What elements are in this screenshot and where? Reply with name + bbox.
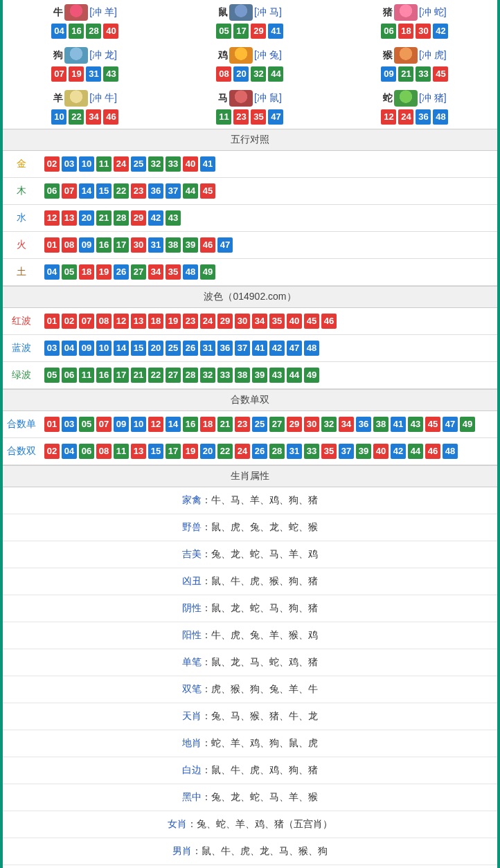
number-ball: 04 [62, 444, 77, 459]
number-ball: 35 [251, 109, 266, 125]
balls-row: 0108091617303138394647 [44, 237, 493, 253]
number-ball: 49 [460, 417, 475, 432]
attr-label: 凶丑 [182, 575, 202, 586]
number-ball: 34 [339, 417, 354, 432]
attr-value: ：蛇、羊、鸡、狗、鼠、虎 [202, 737, 318, 748]
number-ball: 29 [251, 24, 266, 39]
number-ball: 16 [96, 368, 111, 383]
number-ball: 32 [321, 417, 337, 432]
number-ball: 03 [62, 156, 77, 172]
attr-value: ：兔、马、猴、猪、牛、龙 [202, 710, 318, 721]
number-ball: 14 [166, 417, 181, 432]
table-row: 蓝波03040910141520252631363741424748 [3, 335, 497, 362]
row-balls-cell: 1213202128294243 [40, 205, 497, 232]
row-balls-cell: 0103050709101214161821232527293032343638… [40, 411, 497, 438]
number-ball: 14 [79, 183, 94, 199]
zodiac-cell: 鼠[冲 马]05172941 [168, 0, 332, 43]
number-ball: 28 [86, 24, 101, 39]
number-ball: 28 [183, 368, 198, 383]
number-ball: 16 [96, 237, 111, 253]
zodiac-cell: 马[冲 鼠]11233547 [168, 86, 332, 129]
zodiac-monkey-icon [394, 47, 418, 64]
zodiac-header: 狗[冲 龙] [3, 47, 168, 64]
attr-value: ：鼠、龙、马、蛇、鸡、猪 [202, 656, 318, 667]
attr-row: 女肖：兔、蛇、羊、鸡、猪（五宫肖） [3, 811, 497, 838]
number-ball: 40 [287, 314, 302, 329]
number-ball: 34 [86, 109, 101, 125]
number-ball: 29 [287, 417, 302, 432]
zodiac-header: 鼠[冲 马] [168, 4, 332, 21]
number-ball: 05 [44, 368, 60, 383]
number-ball: 47 [217, 237, 233, 253]
balls-row: 0102070812131819232429303435404546 [44, 314, 493, 329]
table-row: 水1213202128294243 [3, 205, 497, 232]
zodiac-balls: 09213345 [332, 66, 497, 82]
number-ball: 38 [373, 417, 389, 432]
number-ball: 39 [183, 237, 198, 253]
number-ball: 05 [79, 417, 94, 432]
number-ball: 06 [44, 183, 60, 199]
attr-label: 女肖 [168, 818, 187, 829]
zodiac-chong: [冲 马] [254, 6, 282, 19]
number-ball: 26 [252, 444, 267, 459]
table-row: 红波0102070812131819232429303435404546 [3, 308, 497, 335]
number-ball: 42 [391, 444, 406, 459]
attr-row: 家禽：牛、马、羊、鸡、狗、猪 [3, 487, 497, 514]
balls-row: 02031011242532334041 [44, 156, 493, 172]
number-ball: 19 [96, 264, 111, 280]
zodiac-chong: [冲 虎] [419, 49, 447, 62]
zodiac-goat-icon [64, 90, 88, 107]
number-ball: 05 [62, 264, 77, 280]
number-ball: 23 [235, 417, 250, 432]
number-ball: 31 [86, 66, 101, 82]
number-ball: 44 [408, 444, 423, 459]
row-label: 绿波 [3, 362, 40, 389]
attr-value: ：鼠、虎、兔、龙、蛇、猴 [202, 521, 318, 532]
number-ball: 48 [304, 341, 319, 356]
number-ball: 25 [252, 417, 267, 432]
zodiac-name: 狗 [53, 49, 63, 62]
number-ball: 41 [268, 24, 283, 39]
attr-value: ：鼠、牛、虎、龙、马、猴、狗 [192, 845, 328, 856]
row-label: 金 [3, 151, 40, 178]
number-ball: 08 [96, 444, 111, 459]
number-ball: 19 [166, 314, 181, 329]
zodiac-rooster-icon [229, 47, 253, 64]
attr-label: 野兽 [182, 521, 202, 532]
zodiac-header: 猪[冲 蛇] [332, 4, 497, 21]
attr-value: ：鼠、龙、蛇、马、狗、猪 [202, 602, 318, 613]
number-ball: 35 [321, 444, 337, 459]
number-ball: 09 [79, 341, 94, 356]
row-balls-cell: 06071415222336374445 [40, 178, 497, 205]
attr-value: ：兔、龙、蛇、马、羊、鸡 [202, 548, 318, 559]
number-ball: 03 [62, 417, 77, 432]
number-ball: 29 [131, 210, 146, 226]
zodiac-grid: 牛[冲 羊]04162840鼠[冲 马]05172941猪[冲 蛇]061830… [3, 0, 497, 129]
number-ball: 30 [416, 24, 431, 39]
zodiac-horse-icon [229, 90, 253, 107]
number-ball: 15 [148, 444, 163, 459]
number-ball: 18 [148, 314, 163, 329]
number-ball: 25 [166, 341, 181, 356]
number-ball: 42 [148, 210, 163, 226]
number-ball: 43 [166, 210, 181, 226]
number-ball: 27 [131, 264, 146, 280]
row-label: 合数双 [3, 438, 40, 465]
number-ball: 30 [235, 314, 250, 329]
row-balls-cell: 0204060811131517192022242628313335373940… [40, 438, 497, 465]
section-header-bose: 波色（014902.com） [3, 286, 497, 308]
zodiac-cell: 狗[冲 龙]07193143 [3, 43, 168, 86]
table-row: 合数单0103050709101214161821232527293032343… [3, 411, 497, 438]
attr-label: 阴性 [182, 602, 202, 613]
balls-row: 0204060811131517192022242628313335373940… [44, 444, 493, 459]
wuxing-table: 金02031011242532334041木060714152223363744… [3, 151, 497, 286]
number-ball: 45 [425, 417, 440, 432]
number-ball: 37 [339, 444, 354, 459]
number-ball: 20 [148, 341, 163, 356]
number-ball: 43 [408, 417, 423, 432]
number-ball: 46 [321, 314, 337, 329]
row-label: 合数单 [3, 411, 40, 438]
number-ball: 08 [62, 237, 77, 253]
number-ball: 13 [62, 210, 77, 226]
number-ball: 35 [166, 264, 181, 280]
